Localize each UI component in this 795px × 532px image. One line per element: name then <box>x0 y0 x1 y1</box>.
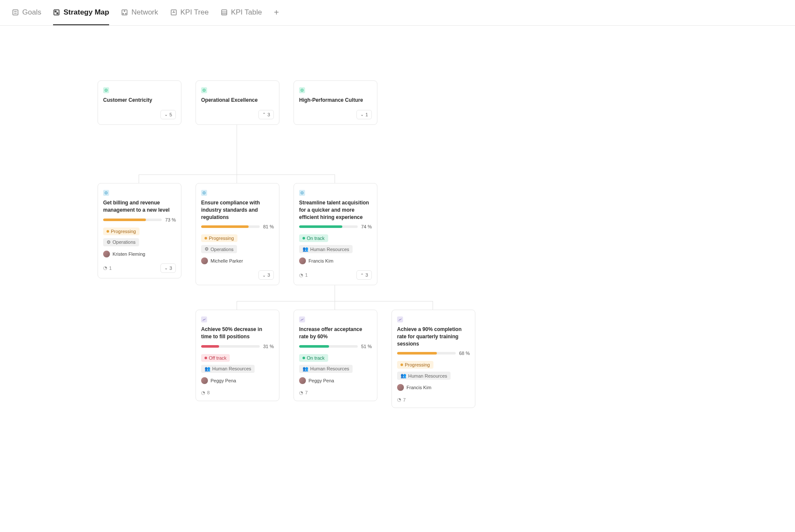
card-title: Ensure compliance with industry standard… <box>201 199 274 221</box>
avatar <box>201 257 208 264</box>
owner-row: Peggy Pena <box>201 377 274 384</box>
owner-row: Michelle Parker <box>201 257 274 264</box>
tab-kpi-table[interactable]: KPI Table <box>221 8 262 25</box>
pillar-card-customer-centricity[interactable]: Customer Centricity ⌄5 <box>98 80 181 125</box>
dept-badge: 👥Human Resources <box>397 372 451 380</box>
card-title: Streamline talent acquisition for a quic… <box>299 199 372 221</box>
map-icon <box>53 9 60 16</box>
dept-badge: ⚙Operations <box>201 245 237 253</box>
compass-icon <box>103 190 109 196</box>
owner-row: Kristen Fleming <box>103 251 176 257</box>
progress-percent: 51 % <box>361 344 372 349</box>
owner-name: Peggy Pena <box>211 378 236 383</box>
connector <box>237 174 237 183</box>
avatar <box>397 384 404 391</box>
chevron-down-icon: ⌄ <box>262 273 266 278</box>
expand-button[interactable]: ⌄1 <box>356 110 372 119</box>
kpi-card-time-to-fill[interactable]: Achieve 50% decrease in time to fill pos… <box>196 310 279 401</box>
avatar <box>103 251 110 257</box>
tab-label: Strategy Map <box>63 8 109 17</box>
progress-bar <box>299 345 358 348</box>
svg-point-5 <box>57 12 58 14</box>
tab-label: KPI Table <box>231 8 262 17</box>
time-indicator: ◔7 <box>397 397 406 402</box>
tab-goals[interactable]: Goals <box>12 8 41 25</box>
card-title: Get billing and revenue management to a … <box>103 199 176 214</box>
people-icon: 👥 <box>205 366 211 372</box>
table-icon <box>221 9 228 16</box>
chart-icon <box>397 316 403 322</box>
svg-point-17 <box>106 90 107 91</box>
kpi-card-training-completion[interactable]: Achieve a 90% completion rate for quarte… <box>392 310 475 408</box>
expand-button[interactable]: ⌄3 <box>258 270 274 280</box>
pillar-card-operational-excellence[interactable]: Operational Excellence ⌃3 <box>196 80 279 125</box>
objective-card-billing[interactable]: Get billing and revenue management to a … <box>98 183 181 278</box>
people-icon: 👥 <box>400 373 406 378</box>
progress-percent: 73 % <box>165 217 176 222</box>
chevron-down-icon: ⌄ <box>360 112 364 117</box>
dept-badge: ⚙Operations <box>103 238 139 246</box>
dept-badge: 👥Human Resources <box>201 365 255 373</box>
clock-icon: ◔ <box>103 265 107 271</box>
collapse-button[interactable]: ⌃3 <box>356 270 372 280</box>
pillar-card-high-performance[interactable]: High-Performance Culture ⌄1 <box>294 80 377 125</box>
target-icon <box>299 87 305 93</box>
avatar <box>201 377 208 384</box>
connector <box>335 301 335 310</box>
progress-row: 81 % <box>201 224 274 229</box>
owner-row: Francis Kim <box>299 257 372 264</box>
status-badge: Progressing <box>397 361 433 369</box>
people-icon: 👥 <box>303 366 309 372</box>
kpi-card-acceptance-rate[interactable]: Increase offer acceptance rate by 60% 51… <box>294 310 377 401</box>
connector <box>433 301 433 310</box>
clock-icon: ◔ <box>299 390 303 396</box>
tab-network[interactable]: Network <box>121 8 158 25</box>
status-badge: Progressing <box>103 228 139 235</box>
status-badge: Off track <box>201 354 230 362</box>
target-icon <box>103 87 109 93</box>
progress-row: 74 % <box>299 224 372 229</box>
svg-point-19 <box>204 90 205 91</box>
card-title: Achieve a 90% completion rate for quarte… <box>397 326 470 347</box>
dept-badge: 👥Human Resources <box>299 245 353 253</box>
objective-card-talent[interactable]: Streamline talent acquisition for a quic… <box>294 183 377 285</box>
svg-point-7 <box>124 11 125 12</box>
progress-row: 73 % <box>103 217 176 222</box>
progress-row: 51 % <box>299 344 372 349</box>
svg-rect-13 <box>222 10 227 15</box>
clock-icon: ◔ <box>299 272 303 278</box>
expand-button[interactable]: ⌄5 <box>160 110 176 119</box>
progress-percent: 74 % <box>361 224 372 229</box>
compass-icon <box>201 190 207 196</box>
time-indicator: ◔8 <box>201 390 210 396</box>
tab-strategy-map[interactable]: Strategy Map <box>53 8 109 25</box>
chevron-up-icon: ⌃ <box>262 112 266 117</box>
collapse-button[interactable]: ⌃3 <box>258 110 274 119</box>
card-title: Increase offer acceptance rate by 60% <box>299 326 372 340</box>
tabs-bar: Goals Strategy Map Network KPI Tree KPI … <box>0 0 795 26</box>
clock-icon: ◔ <box>201 390 205 396</box>
expand-button[interactable]: ⌄3 <box>160 263 176 273</box>
time-indicator: ◔1 <box>103 265 112 271</box>
strategy-canvas: Customer Centricity ⌄5 Operational Excel… <box>0 26 795 496</box>
svg-point-4 <box>55 11 56 12</box>
svg-point-9 <box>125 13 126 14</box>
avatar <box>299 257 306 264</box>
list-icon <box>12 9 19 16</box>
tab-label: KPI Tree <box>181 8 209 17</box>
time-indicator: ◔7 <box>299 390 308 396</box>
progress-row: 68 % <box>397 351 470 356</box>
card-title: Customer Centricity <box>103 97 176 104</box>
owner-name: Francis Kim <box>406 385 431 390</box>
add-tab-button[interactable]: + <box>274 8 279 25</box>
tree-icon <box>170 9 177 16</box>
gear-icon: ⚙ <box>205 246 209 252</box>
progress-bar <box>201 345 260 348</box>
card-title: High-Performance Culture <box>299 97 372 104</box>
progress-bar <box>103 219 162 221</box>
progress-percent: 31 % <box>263 344 274 349</box>
objective-card-compliance[interactable]: Ensure compliance with industry standard… <box>196 183 279 285</box>
progress-percent: 81 % <box>263 224 274 229</box>
connector <box>139 174 139 183</box>
tab-kpi-tree[interactable]: KPI Tree <box>170 8 209 25</box>
